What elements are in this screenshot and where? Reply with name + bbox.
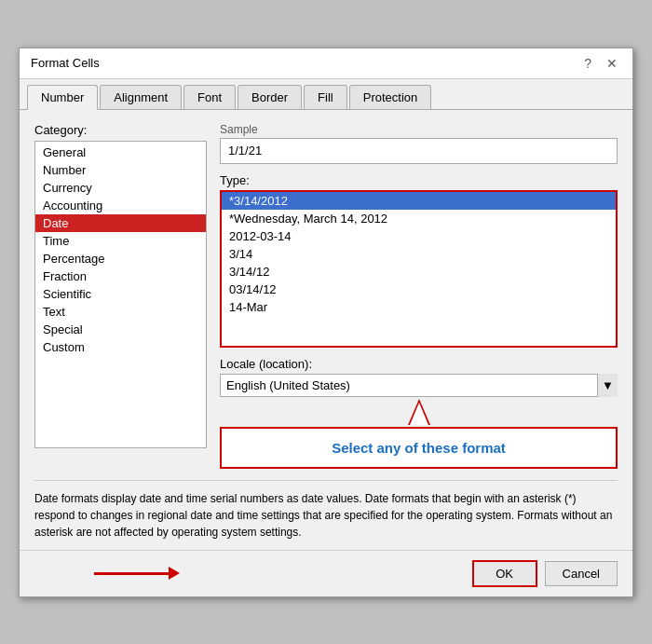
category-item-time[interactable]: Time [35,232,206,250]
format-cells-dialog: Format Cells ? ✕ Number Alignment Font B… [19,48,633,597]
category-item-custom[interactable]: Custom [35,338,206,356]
category-item-fraction[interactable]: Fraction [35,267,206,285]
category-item-scientific[interactable]: Scientific [35,285,206,303]
type-item-0[interactable]: *3/14/2012 [222,192,616,210]
arrow-head [169,567,180,580]
sample-label: Sample [220,123,618,136]
type-item-6[interactable]: 14-Mar [222,298,616,316]
close-button[interactable]: ✕ [603,56,621,71]
tab-number[interactable]: Number [27,85,98,110]
category-item-percentage[interactable]: Percentage [35,250,206,267]
category-label: Category: [34,123,207,137]
callout-text: Select any of these format [332,440,506,456]
callout-area: Select any of these format [220,427,618,469]
locale-dropdown-button[interactable]: ▼ [597,374,618,397]
tab-border[interactable]: Border [238,85,302,109]
dialog-title: Format Cells [31,56,100,70]
help-button[interactable]: ? [580,56,595,71]
category-item-number[interactable]: Number [35,161,206,179]
type-list-container: *3/14/2012 *Wednesday, March 14, 2012 20… [220,190,618,348]
tab-font[interactable]: Font [183,85,236,109]
title-bar-controls: ? ✕ [580,56,621,71]
type-item-1[interactable]: *Wednesday, March 14, 2012 [222,210,616,227]
right-panel: Sample 1/1/21 Type: *3/14/2012 *Wednesda… [220,123,618,469]
ok-button[interactable]: OK [472,560,537,587]
sample-value: 1/1/21 [220,138,618,164]
cancel-button[interactable]: Cancel [545,561,618,586]
category-item-special[interactable]: Special [35,321,206,338]
main-layout: Category: General Number Currency Accoun… [34,123,618,469]
left-panel: Category: General Number Currency Accoun… [34,123,207,469]
category-item-general[interactable]: General [35,144,206,161]
locale-label: Locale (location): [220,357,618,371]
category-item-accounting[interactable]: Accounting [35,197,206,214]
category-item-currency[interactable]: Currency [35,179,206,197]
category-item-date[interactable]: Date [35,214,206,232]
description-text: Date formats display date and time seria… [34,480,618,541]
tab-alignment[interactable]: Alignment [100,85,182,109]
footer-arrow [94,567,180,580]
locale-select[interactable]: English (United States) [220,374,618,397]
tab-bar: Number Alignment Font Border Fill Protec… [20,79,632,110]
category-list[interactable]: General Number Currency Accounting Date … [34,141,207,448]
type-item-2[interactable]: 2012-03-14 [222,227,616,245]
callout-arrow-up [408,399,430,425]
type-item-5[interactable]: 03/14/12 [222,281,616,298]
arrow-line [94,572,169,575]
type-item-3[interactable]: 3/14 [222,245,616,263]
type-label: Type: [220,173,618,187]
callout-box: Select any of these format [220,427,618,469]
footer: OK Cancel [20,550,632,596]
tab-fill[interactable]: Fill [304,85,347,109]
type-item-4[interactable]: 3/14/12 [222,263,616,281]
type-list[interactable]: *3/14/2012 *Wednesday, March 14, 2012 20… [222,192,616,346]
tab-content: Category: General Number Currency Accoun… [20,110,632,550]
locale-wrapper: English (United States) ▼ [220,374,618,397]
title-bar: Format Cells ? ✕ [20,48,632,79]
category-item-text[interactable]: Text [35,303,206,321]
tab-protection[interactable]: Protection [349,85,432,109]
